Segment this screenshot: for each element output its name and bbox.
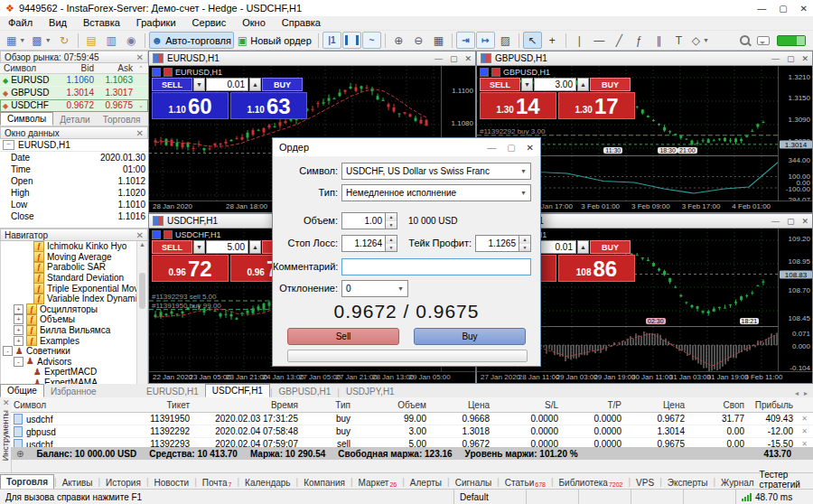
horizontal-line-button[interactable]: — [590, 32, 609, 49]
tree-item-осцилляторы[interactable]: +fОсцилляторы [1, 304, 147, 315]
buy-button[interactable]: BUY [590, 240, 631, 254]
toolbox-tab-журнал[interactable]: Журнал [715, 476, 760, 490]
buy-button[interactable]: BUY [590, 78, 631, 91]
cursor-button[interactable]: ↖ [523, 32, 542, 49]
market-watch-button[interactable]: ▤ [82, 32, 101, 49]
scroll-thumb[interactable] [139, 273, 145, 309]
strategy-tester-link[interactable]: Тестер стратегий [760, 470, 813, 490]
sell-price[interactable]: 0.9672 [152, 255, 229, 282]
tile-windows-button[interactable]: ▦ [429, 32, 448, 49]
data-window-button[interactable]: ▥ [102, 32, 121, 49]
equidistant-channel-button[interactable]: ∥ [649, 32, 668, 49]
sell-price[interactable]: 1.1060 [152, 92, 229, 119]
sell-button[interactable]: SELL [152, 240, 192, 254]
buy-price[interactable]: 1.1063 [230, 92, 307, 119]
sell-button[interactable]: SELL [152, 78, 192, 91]
maximize-button[interactable]: ▢ [787, 217, 795, 226]
tree-item-examples[interactable]: +fExamples [1, 335, 147, 346]
toolbox-tab-торговля[interactable]: Торговля [0, 474, 54, 490]
column-header[interactable]: Объем [356, 400, 432, 410]
volume-input[interactable]: 0.01 [206, 78, 248, 91]
scroll-left-icon[interactable]: ◂ [795, 389, 799, 397]
tab-Детали[interactable]: Детали [53, 114, 96, 126]
tree-item-билла-вильямса[interactable]: +fБилла Вильямса [1, 325, 147, 336]
toolbox-tab-библиотека[interactable]: Библиотека7202 [554, 476, 629, 490]
toolbox-tab-алерты[interactable]: Алерты [405, 476, 447, 490]
tree-item-parabolic-sar[interactable]: fParabolic SAR [1, 262, 147, 273]
time-axis[interactable]: 22 Jan 202023 Jan 05:0023 Jan 21:0024 Ja… [149, 371, 475, 383]
menu-Справка[interactable]: Справка [274, 16, 329, 30]
volume-up-icon[interactable]: ▲ [249, 78, 261, 91]
volume-up-icon[interactable]: ▲ [249, 240, 261, 254]
toolbox-tab-сигналы[interactable]: Сигналы [450, 476, 498, 490]
menu-Вид[interactable]: Вид [41, 16, 75, 30]
column-header[interactable]: Своп [690, 400, 750, 410]
volume-input[interactable]: 5.00 [206, 240, 248, 254]
column-header[interactable]: S/L [495, 400, 564, 410]
bars-chart-button[interactable]: |1 [322, 32, 341, 49]
column-header[interactable]: Тикет [89, 400, 195, 410]
expand-icon[interactable]: + [14, 314, 23, 324]
close-button[interactable]: ✕ [801, 217, 808, 226]
tree-item-standard-deviation[interactable]: fStandard Deviation [1, 273, 147, 284]
sell-button[interactable]: SELL [480, 78, 520, 91]
buy-button[interactable]: BUY [262, 78, 303, 91]
menu-Окно[interactable]: Окно [234, 16, 274, 30]
scroll-down-icon[interactable]: ⌄ [136, 102, 146, 109]
tab-Общие[interactable]: Общие [0, 384, 44, 397]
volume-input[interactable]: 3.00 [534, 78, 576, 91]
maximize-button[interactable]: ▢ [450, 54, 458, 63]
take-profit-value[interactable]: 1.1265 [475, 235, 519, 252]
close-button[interactable]: ✕ [464, 54, 472, 63]
expand-icon[interactable]: + [14, 336, 23, 346]
sell-button[interactable]: Sell [287, 328, 399, 345]
volume-down-icon[interactable]: ▼ [521, 78, 533, 91]
vertical-line-button[interactable]: | [570, 32, 589, 49]
close-icon[interactable]: ✕ [136, 230, 144, 240]
chart-title-bar[interactable]: GBPUSD,H1—▢✕ [477, 51, 812, 66]
symbol-select[interactable]: USDCHF, US Dollar vs Swiss Franc▼ [341, 163, 531, 180]
trendline-button[interactable]: ╱ [610, 32, 629, 49]
search-icon[interactable] [740, 35, 750, 45]
time-axis[interactable]: 27 Jan 202028 Jan 11:0029 Jan 03:0029 Ja… [477, 371, 812, 383]
order-type-select[interactable]: Немедленное исполнение▼ [341, 184, 531, 201]
chart-tab-gbpusd,h1[interactable]: GBPUSD,H1 [273, 386, 338, 397]
table-row[interactable]: gbpusd113922922020.02.04 07:58:48buy3.00… [11, 425, 813, 438]
buy-price[interactable]: 1.3017 [558, 92, 635, 119]
toolbox-close-icon[interactable]: ✕ [3, 398, 10, 407]
toolbox-tab-активы[interactable]: Активы [57, 476, 98, 490]
tree-item-variable-index-dynamic-a[interactable]: fVariable Index Dynamic A [1, 294, 147, 304]
toolbox-tab-vps[interactable]: VPS [631, 476, 659, 490]
toolbox-tab-новости[interactable]: Новости [148, 476, 194, 490]
buy-button[interactable]: Buy [414, 328, 526, 345]
close-button[interactable]: ✕ [800, 4, 808, 14]
volume-value[interactable]: 1.00 [341, 212, 386, 229]
tab-Торговля[interactable]: Торговля [97, 114, 147, 126]
spin-up-icon[interactable]: ▲ [519, 236, 530, 244]
tab-Избранное[interactable]: Избранное [44, 386, 103, 397]
expand-icon[interactable]: + [14, 304, 23, 314]
shapes-button[interactable]: ◇▼ [689, 32, 712, 49]
oneclick-toggle-icon[interactable] [480, 68, 489, 77]
menu-Сервис[interactable]: Сервис [184, 16, 235, 30]
new-chart-button[interactable]: ▦▼ [4, 32, 28, 49]
tab-Символы[interactable]: Символы [0, 112, 53, 126]
take-profit-stepper[interactable]: 1.1265 ▲▼ [475, 235, 531, 252]
toolbox-tab-история[interactable]: История [100, 476, 146, 490]
close-icon[interactable]: ✕ [136, 128, 144, 138]
expand-icon[interactable]: + [14, 325, 23, 335]
tree-item-объемы[interactable]: +fОбъемы [1, 314, 147, 325]
toolbox-tab-эксперты[interactable]: Эксперты [662, 476, 714, 490]
volume-down-icon[interactable]: ▼ [193, 78, 205, 91]
deviation-select[interactable]: 0▼ [341, 280, 408, 297]
stop-loss-value[interactable]: 1.1264 [341, 235, 386, 252]
minimize-button[interactable]: — [771, 217, 780, 226]
toolbox-strip-label[interactable]: Инструменты [1, 410, 10, 461]
take-profit-spin-buttons[interactable]: ▲▼ [519, 235, 531, 252]
line-chart-button[interactable]: ~ [362, 32, 381, 49]
toolbox-tab-календарь[interactable]: Календарь [239, 476, 295, 490]
volume-up-icon[interactable]: ▲ [577, 240, 589, 254]
column-header[interactable]: Цена [432, 400, 495, 410]
spin-down-icon[interactable]: ▼ [386, 221, 397, 229]
chart-title-bar[interactable]: EURUSD,H1—▢✕ [149, 51, 475, 66]
